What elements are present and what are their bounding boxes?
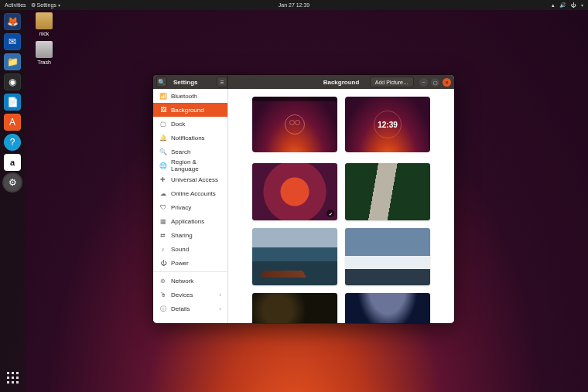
- chevron-down-icon: ▾: [58, 3, 60, 8]
- sidebar-item-label: Details: [171, 305, 190, 312]
- power-icon: ⏻: [159, 260, 166, 267]
- sharing-icon: ⇄: [159, 232, 166, 239]
- notifications-icon: 🔔: [159, 135, 166, 141]
- details-icon: ⓘ: [159, 305, 166, 313]
- page-title: Background: [323, 79, 360, 86]
- wallpaper-thumb[interactable]: [345, 293, 430, 323]
- sidebar-item-sound[interactable]: ♪Sound: [153, 242, 227, 256]
- background-panel: 12:39 ✔: [228, 89, 454, 323]
- wallpaper-thumb[interactable]: [252, 228, 337, 285]
- activities-button[interactable]: Activities: [5, 2, 26, 8]
- volume-icon: 🔊: [559, 2, 566, 9]
- wallpaper-thumb[interactable]: [345, 228, 430, 285]
- dock-icon: ▢: [159, 121, 166, 128]
- wallpaper-thumb[interactable]: [345, 163, 430, 220]
- online-accounts-icon: ☁: [159, 190, 166, 197]
- network-icon: ▴: [552, 2, 555, 9]
- background-preview-lockscreen[interactable]: 12:39: [345, 97, 430, 152]
- desktop-icons: nick Trash: [31, 12, 57, 70]
- wallpaper-grid: ✔: [238, 163, 445, 323]
- sidebar-item-label: Applications: [171, 218, 204, 225]
- gear-icon: ⚙: [31, 2, 36, 8]
- sidebar-item-region-language[interactable]: 🌐Region & Language: [153, 159, 227, 172]
- dock-firefox[interactable]: 🦊: [4, 13, 21, 30]
- search-icon: 🔍: [159, 148, 166, 155]
- sidebar-item-label: Dock: [171, 121, 185, 128]
- sidebar-item-label: Privacy: [171, 204, 191, 211]
- dock-files[interactable]: 📁: [4, 53, 21, 70]
- region-language-icon: 🌐: [159, 162, 166, 169]
- dock-help[interactable]: ?: [4, 134, 21, 151]
- search-button[interactable]: 🔍: [156, 77, 167, 87]
- sidebar-item-label: Power: [171, 260, 189, 267]
- desktop-trash-label: Trash: [31, 60, 57, 65]
- chevron-right-icon: ›: [219, 291, 221, 298]
- settings-window: 🔍 Settings ≡ Background Add Picture… – ▢…: [153, 75, 454, 323]
- sidebar-item-applications[interactable]: ▦Applications: [153, 214, 227, 228]
- sidebar-item-label: Background: [171, 107, 204, 114]
- settings-sidebar: 📶Bluetooth🖼Background▢Dock🔔Notifications…: [153, 89, 228, 323]
- app-menu-label: Settings: [37, 2, 56, 8]
- desktop-home-label: nick: [31, 31, 57, 36]
- sidebar-item-online-accounts[interactable]: ☁Online Accounts: [153, 186, 227, 200]
- sidebar-item-label: Sound: [171, 246, 189, 253]
- sidebar-item-sharing[interactable]: ⇄Sharing: [153, 228, 227, 242]
- dock: 🦊 ✉ 📁 ◉ 📄 A ? a ⚙: [0, 10, 25, 392]
- sidebar-item-notifications[interactable]: 🔔Notifications: [153, 131, 227, 145]
- sidebar-item-dock[interactable]: ▢Dock: [153, 117, 227, 131]
- trash-icon: [36, 41, 53, 58]
- sidebar-item-label: Sharing: [171, 232, 193, 239]
- system-status-area[interactable]: ▴ 🔊 ⏻ ▾: [552, 2, 583, 9]
- top-panel: Activities ⚙ Settings ▾ Jan 27 12:39 ▴ 🔊…: [0, 0, 588, 10]
- sidebar-item-devices[interactable]: 🖱Devices›: [153, 288, 227, 302]
- sidebar-item-network[interactable]: ⊚Network: [153, 274, 227, 288]
- dock-amazon[interactable]: a: [4, 154, 21, 171]
- dock-rhythmbox[interactable]: ◉: [4, 73, 21, 90]
- privacy-icon: 🛡: [159, 204, 166, 211]
- sidebar-item-privacy[interactable]: 🛡Privacy: [153, 200, 227, 214]
- sidebar-item-label: Devices: [171, 291, 193, 298]
- sidebar-item-label: Search: [171, 148, 190, 155]
- sidebar-item-search[interactable]: 🔍Search: [153, 145, 227, 159]
- window-close[interactable]: ✕: [443, 78, 451, 87]
- folder-icon: [36, 12, 53, 29]
- sidebar-item-details[interactable]: ⓘDetails›: [153, 302, 227, 315]
- wallpaper-thumb[interactable]: [252, 293, 337, 323]
- menu-icon: ≡: [220, 79, 224, 86]
- background-preview-desktop[interactable]: [252, 97, 337, 152]
- sidebar-item-label: Bluetooth: [171, 93, 197, 100]
- wallpaper-thumb[interactable]: ✔: [252, 163, 337, 220]
- bluetooth-icon: 📶: [159, 93, 166, 100]
- desktop-home[interactable]: nick: [31, 12, 57, 36]
- app-menu[interactable]: ⚙ Settings ▾: [31, 2, 60, 9]
- chevron-right-icon: ›: [219, 305, 221, 312]
- add-picture-button[interactable]: Add Picture…: [370, 77, 414, 87]
- app-title: Settings: [173, 79, 198, 86]
- window-minimize[interactable]: –: [419, 78, 428, 87]
- network-icon: ⊚: [159, 278, 166, 285]
- mascot-icon: [285, 114, 305, 135]
- sidebar-item-label: Universal Access: [171, 176, 218, 183]
- background-icon: 🖼: [159, 107, 166, 114]
- dock-writer[interactable]: 📄: [4, 94, 21, 111]
- dock-software[interactable]: A: [4, 114, 21, 131]
- sidebar-item-label: Region & Language: [171, 159, 221, 172]
- desktop-trash[interactable]: Trash: [31, 41, 57, 65]
- universal-access-icon: ✚: [159, 176, 166, 183]
- dock-thunderbird[interactable]: ✉: [4, 33, 21, 50]
- sidebar-item-bluetooth[interactable]: 📶Bluetooth: [153, 89, 227, 103]
- dock-settings[interactable]: ⚙: [4, 174, 21, 191]
- power-icon: ⏻: [571, 2, 576, 8]
- panel-clock[interactable]: Jan 27 12:39: [279, 2, 309, 8]
- show-applications[interactable]: [4, 369, 21, 386]
- sidebar-item-label: Network: [171, 278, 193, 285]
- window-maximize[interactable]: ▢: [431, 78, 439, 87]
- search-icon: 🔍: [158, 79, 166, 86]
- sidebar-item-label: Notifications: [171, 135, 205, 141]
- headerbar[interactable]: 🔍 Settings ≡ Background Add Picture… – ▢…: [153, 75, 454, 89]
- sidebar-item-universal-access[interactable]: ✚Universal Access: [153, 172, 227, 186]
- sidebar-separator: [153, 271, 227, 272]
- hamburger-button[interactable]: ≡: [217, 77, 227, 87]
- sidebar-item-power[interactable]: ⏻Power: [153, 256, 227, 270]
- sidebar-item-background[interactable]: 🖼Background: [153, 103, 227, 117]
